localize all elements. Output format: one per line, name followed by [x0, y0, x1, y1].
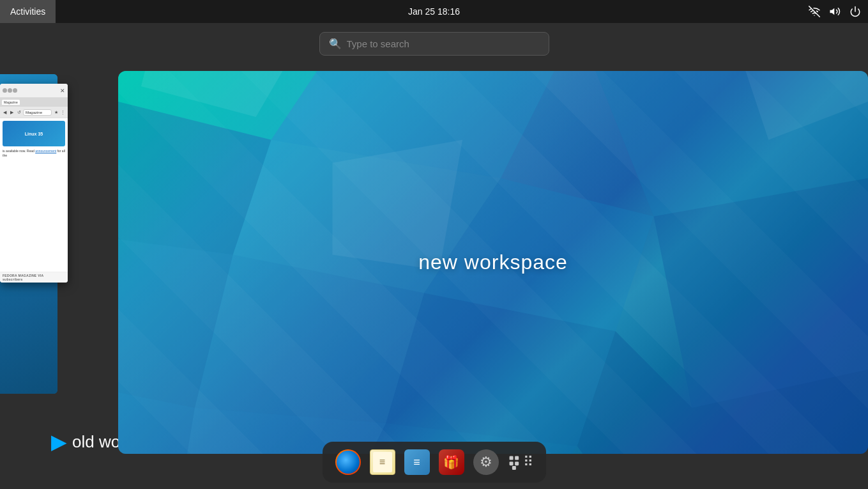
svg-rect-22 — [512, 466, 515, 470]
topbar: Activities Jan 25 18:16 — [0, 0, 868, 23]
system-tray — [807, 4, 868, 19]
window-dot — [8, 88, 12, 93]
clock: Jan 25 18:16 — [408, 6, 460, 17]
activities-button[interactable]: Activities — [0, 0, 56, 23]
nav-back-button[interactable]: ◀ — [2, 109, 8, 115]
gedit-icon — [404, 449, 430, 475]
dock-item-firefox[interactable] — [333, 447, 363, 477]
nav-forward-button[interactable]: ▶ — [9, 109, 15, 115]
article-header: Linux 35 — [3, 121, 65, 146]
firefox-footer: FEDORA MAGAZINE VIA subscribers — [0, 272, 68, 283]
dock — [323, 442, 546, 483]
power-icon[interactable] — [848, 4, 863, 19]
firefox-toolbar: ◀ ▶ ↺ Magazine ★ ⋮ — [0, 107, 68, 118]
dock-item-gedit[interactable] — [402, 447, 432, 477]
workspace-area: ✕ Magazine ◀ ▶ ↺ Magazine ★ ⋮ Linux 35 i… — [0, 23, 868, 489]
dock-item-appstore[interactable] — [436, 447, 467, 477]
svg-rect-21 — [515, 462, 519, 465]
firefox-tab[interactable]: Magazine — [2, 100, 20, 105]
firefox-icon — [335, 449, 361, 475]
nav-reload-button[interactable]: ↺ — [16, 109, 22, 115]
bookmark-button[interactable]: ★ — [53, 109, 59, 115]
search-bar-container: 🔍 — [319, 23, 549, 65]
menu-button[interactable]: ⋮ — [60, 109, 66, 115]
search-input-wrapper[interactable]: 🔍 — [319, 32, 549, 56]
article-title: Linux 35 — [25, 132, 43, 136]
search-input[interactable] — [347, 38, 540, 49]
window-dot — [13, 88, 17, 93]
article-text: is available now. Read announcement for … — [3, 149, 65, 158]
volume-icon[interactable] — [827, 4, 842, 19]
apps-grid-icon — [508, 449, 533, 475]
window-close-button[interactable]: ✕ — [60, 88, 65, 94]
dock-item-apps-grid[interactable] — [505, 447, 536, 477]
svg-rect-19 — [515, 456, 519, 460]
svg-marker-0 — [830, 8, 835, 15]
firefox-titlebar: ✕ — [0, 84, 68, 98]
article-body: is available now. Read announcement for … — [3, 149, 65, 158]
files-icon — [370, 449, 395, 475]
firefox-content: Linux 35 is available now. Read announce… — [0, 118, 68, 272]
window-dot — [3, 88, 7, 93]
svg-marker-7 — [654, 178, 868, 408]
dock-item-files[interactable] — [367, 447, 398, 477]
url-bar[interactable]: Magazine — [23, 109, 52, 116]
cursor-icon: ▶ — [51, 431, 67, 452]
network-icon[interactable] — [807, 4, 822, 19]
firefox-window-thumbnail[interactable]: ✕ Magazine ◀ ▶ ↺ Magazine ★ ⋮ Linux 35 i… — [0, 84, 68, 283]
svg-rect-18 — [509, 456, 513, 460]
search-icon: 🔍 — [329, 38, 342, 50]
new-workspace[interactable]: new workspace — [118, 71, 868, 454]
settings-icon — [473, 449, 499, 475]
new-workspace-label: new workspace — [418, 251, 568, 274]
firefox-tab-bar: Magazine — [0, 98, 68, 107]
dock-item-settings[interactable] — [471, 447, 501, 477]
svg-rect-20 — [509, 462, 513, 465]
appstore-icon — [439, 449, 464, 475]
